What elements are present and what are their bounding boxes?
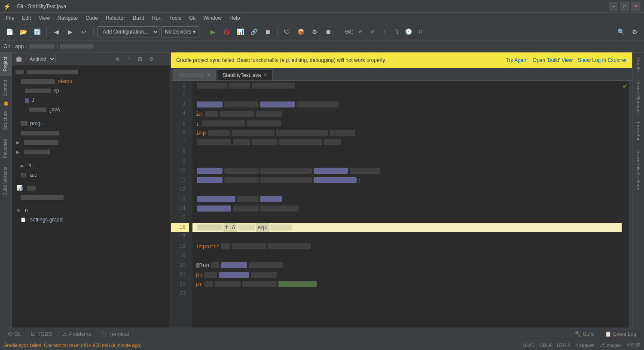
tree-item-4[interactable]: J [12,95,171,105]
tab-close-1[interactable]: ✕ [207,72,211,78]
todo-tab[interactable]: ☑ TODO [27,330,56,338]
todo-icon: ☑ [31,331,36,337]
tree-item-3[interactable]: ep [12,86,171,95]
menu-tools[interactable]: Tools [166,14,185,22]
menu-code[interactable]: Code [82,14,101,22]
status-indent[interactable]: 4 spaces [575,343,594,348]
minimize-panel-button[interactable]: ─ [158,54,167,64]
coverage-button[interactable]: 🛡 [281,26,293,38]
event-log-tab[interactable]: 📋 Event Log [601,330,641,338]
menu-view[interactable]: View [35,14,53,22]
try-again-link[interactable]: Try Again [506,57,528,63]
tree-item-9[interactable]: ▶ [12,147,171,157]
menu-run[interactable]: Run [149,14,165,22]
flatten-button[interactable]: ≡ [124,54,134,64]
tree-item-5[interactable]: .java [12,105,171,114]
menu-file[interactable]: File [3,14,18,22]
open-button[interactable]: 📂 [17,26,29,38]
breadcrumb-git[interactable]: Git [3,43,10,49]
git-rollback-button[interactable]: ↺ [416,27,425,37]
back-button[interactable]: ◀ [50,26,62,38]
apk-button[interactable]: 📦 [295,26,307,38]
gradle-tab[interactable]: Gradle [634,54,643,75]
git-commit-button[interactable]: ✔ [356,27,365,37]
favorites-tab[interactable]: Favorites [0,135,12,163]
attach-button[interactable]: 🔗 [248,26,260,38]
menu-edit[interactable]: Edit [18,14,34,22]
event-log-icon: 📋 [605,331,611,337]
breadcrumb-app[interactable]: app [15,43,24,49]
run-button[interactable]: ▶ [207,26,219,38]
tree-item-2[interactable]: rdemo [12,77,171,86]
structure-tab[interactable]: Structure [0,107,12,135]
menu-build[interactable]: Build [129,14,148,22]
status-branch[interactable]: master [607,343,621,348]
search-everywhere-button[interactable]: 🔍 [615,26,627,38]
sync-button[interactable]: 🔄 [31,26,43,38]
tree-item-8[interactable]: ▶ [12,138,171,147]
recent-button[interactable]: ↩ [78,26,90,38]
git-history-button[interactable]: 🕐 [404,27,413,37]
terminal-tab[interactable]: ⬛ Terminal [97,330,133,338]
settings-button[interactable]: ⚙ [629,26,641,38]
device-file-explorer-tab[interactable]: Device File Explorer [634,145,643,194]
status-line-ending[interactable]: CRLF [539,343,552,348]
emulator-tab[interactable]: Emulator [634,118,643,144]
forward-button[interactable]: ▶ [64,26,76,38]
menu-window[interactable]: Window [200,14,225,22]
tree-item-12[interactable]: 📊 [12,183,171,193]
show-log-link[interactable]: Show Log in Explorer [578,57,627,63]
close-button[interactable]: ✕ [631,2,641,11]
profile-button[interactable]: 📊 [234,26,246,38]
git-update-button[interactable]: ✔ [368,27,377,37]
git-branch-icon: ⎇ [599,342,605,348]
tab-close-active[interactable]: ✕ [263,72,267,78]
code-content[interactable]: im ; imp [192,81,622,328]
build-bottom-tab[interactable]: 🔨 Build [571,330,599,338]
tree-suffix-3: ep [53,88,59,94]
problems-tab[interactable]: ⚠ Problems [58,330,95,338]
git-bottom-tab[interactable]: ⚙ Git [3,330,25,338]
device-manager-tab[interactable]: Device Manager [634,76,643,117]
stop-build-button[interactable]: ⏹ [262,26,274,38]
settings-panel-button[interactable]: ⚙ [147,54,156,64]
menu-git[interactable]: Git [186,14,199,22]
minimize-button[interactable]: ─ [609,2,618,11]
tree-item-7[interactable] [12,128,171,138]
git-stash-button[interactable]: ⇅ [392,27,401,37]
debug-button[interactable]: 🐞 [220,26,232,38]
project-view-dropdown[interactable]: Android [25,55,56,63]
config-dropdown[interactable]: Add Configuration... [97,26,159,37]
menu-refactor[interactable]: Refactor [102,14,128,22]
project-tab[interactable]: Project [0,52,12,76]
tab-stability-test[interactable]: StabilityTest.java ✕ [217,69,273,80]
new-file-button[interactable]: 📄 [3,26,15,38]
seg-16-t1: t.A [223,223,237,232]
tab-blurred-1[interactable]: ✕ [173,69,216,80]
stop-button[interactable]: ⏹ [322,26,334,38]
maximize-button[interactable]: □ [620,2,629,11]
tree-item-6[interactable]: prog... [12,119,171,128]
devices-dropdown[interactable]: No Devices ▾ [161,26,199,37]
menu-navigate[interactable]: Navigate [54,14,81,22]
open-build-link[interactable]: Open 'Build' View [533,57,573,63]
tree-item-14[interactable]: ⚙ n [12,206,171,215]
seg-18-3 [268,243,311,249]
tree-item-1[interactable] [12,67,171,77]
git-push-button[interactable]: ↑ [380,27,389,37]
scope-button[interactable]: ⊕ [113,54,122,64]
compact-button[interactable]: ⊞ [135,54,145,64]
seg-18-1 [221,243,230,249]
status-line-col[interactable]: 16:45 [522,343,534,348]
tree-item-10[interactable]: ▶ h... [12,161,171,170]
menu-help[interactable]: Help [226,14,244,22]
tree-item-15[interactable]: 📄 settings.gradle [12,215,171,224]
tree-item-11[interactable]: ⬛ a.c [12,170,171,180]
tree-item-13[interactable] [12,193,171,202]
tree-spacer-3 [12,180,171,183]
profile2-button[interactable]: ⚙ [308,26,320,38]
editor-scrollbar[interactable] [629,81,632,328]
commit-tab[interactable]: Commit [0,76,12,101]
status-encoding[interactable]: UTF-8 [557,343,570,348]
build-variants-tab[interactable]: Build Variants [0,163,12,200]
